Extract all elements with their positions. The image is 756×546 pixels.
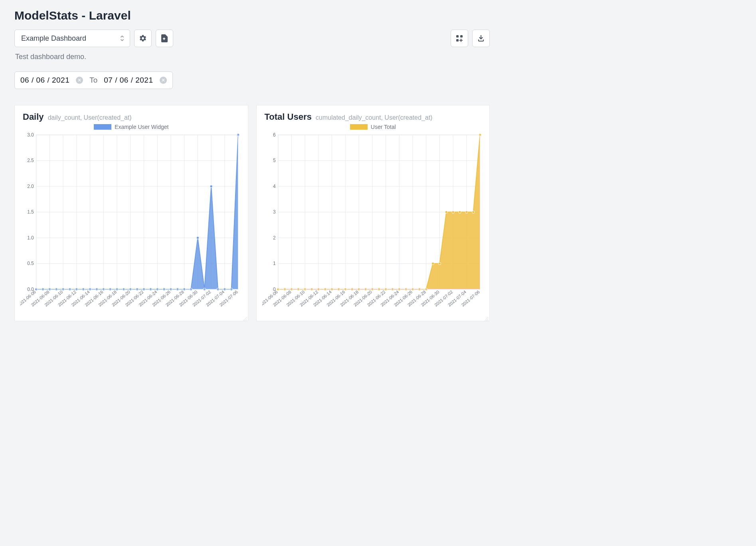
- settings-button[interactable]: [134, 30, 152, 47]
- toolbar: Example Dashboard: [14, 30, 490, 47]
- dashboard-select-label: Example Dashboard: [21, 34, 86, 43]
- svg-line-83: [246, 320, 247, 321]
- svg-point-141: [458, 211, 461, 213]
- charts-row: Daily daily_count, User(created_at) Exam…: [14, 105, 490, 321]
- file-plus-icon: [161, 34, 168, 42]
- svg-point-140: [451, 211, 454, 213]
- download-button[interactable]: [472, 30, 490, 47]
- close-icon: ✕: [161, 78, 165, 83]
- svg-point-138: [438, 262, 441, 265]
- svg-text:1: 1: [273, 261, 276, 266]
- svg-text:3: 3: [273, 209, 276, 215]
- date-from-value[interactable]: 06 / 06 / 2021: [20, 76, 69, 85]
- chart-title: Total Users cumulated_daily_count, User(…: [265, 112, 484, 122]
- chart-title-main: Total Users: [265, 112, 312, 122]
- date-to-label: To: [89, 76, 97, 85]
- close-icon: ✕: [77, 78, 81, 83]
- resize-handle[interactable]: [484, 315, 489, 320]
- download-icon: [477, 35, 485, 42]
- chart-title-sub: daily_count, User(created_at): [48, 114, 132, 121]
- clear-from-button[interactable]: ✕: [76, 77, 83, 84]
- chart-card-daily: Daily daily_count, User(created_at) Exam…: [14, 105, 248, 321]
- svg-text:2: 2: [273, 235, 276, 241]
- svg-point-142: [465, 211, 467, 213]
- chart-plot-total[interactable]: 01234562021-06-062021-06-082021-06-10202…: [262, 131, 484, 317]
- legend-label: Example User Widget: [115, 124, 168, 130]
- legend-label: User Total: [371, 124, 396, 130]
- svg-text:2.5: 2.5: [27, 158, 34, 163]
- chevron-updown-icon: [119, 35, 125, 42]
- page-title: ModelStats - Laravel: [14, 9, 490, 22]
- svg-rect-2: [456, 39, 459, 42]
- svg-line-164: [488, 320, 489, 321]
- legend-swatch: [350, 124, 368, 130]
- clear-to-button[interactable]: ✕: [160, 77, 167, 84]
- svg-rect-1: [460, 35, 463, 38]
- legend-swatch: [94, 124, 111, 130]
- svg-text:3.0: 3.0: [27, 132, 34, 138]
- grid-plus-icon: [456, 35, 463, 42]
- page-root: ModelStats - Laravel Example Dashboard: [0, 0, 504, 336]
- svg-text:2.0: 2.0: [27, 184, 34, 189]
- svg-point-59: [210, 185, 212, 188]
- gear-icon: [139, 34, 147, 42]
- date-to-value[interactable]: 07 / 06 / 2021: [104, 76, 153, 85]
- chart-plot-daily[interactable]: 0.00.51.01.52.02.53.02021-06-062021-06-0…: [20, 131, 242, 317]
- svg-text:5: 5: [273, 158, 276, 163]
- dashboard-select[interactable]: Example Dashboard: [14, 30, 130, 47]
- chart-card-total: Total Users cumulated_daily_count, User(…: [256, 105, 490, 321]
- svg-point-57: [196, 237, 199, 239]
- svg-text:1.0: 1.0: [27, 235, 34, 241]
- date-range[interactable]: 06 / 06 / 2021 ✕ To 07 / 06 / 2021 ✕: [14, 71, 173, 89]
- chart-title: Daily daily_count, User(created_at): [23, 112, 242, 122]
- chart-title-sub: cumulated_daily_count, User(created_at): [316, 114, 433, 121]
- dashboard-description: Test dashboard demo.: [15, 53, 490, 61]
- toolbar-right: [451, 30, 490, 47]
- svg-point-137: [431, 262, 434, 265]
- resize-handle[interactable]: [242, 315, 247, 320]
- svg-text:0.5: 0.5: [27, 261, 34, 266]
- chart-legend[interactable]: User Total: [262, 124, 484, 130]
- chart-legend[interactable]: Example User Widget: [20, 124, 242, 130]
- svg-rect-0: [456, 35, 459, 38]
- toolbar-left: Example Dashboard: [14, 30, 173, 47]
- svg-point-143: [472, 211, 474, 213]
- add-widget-button[interactable]: [451, 30, 468, 47]
- chart-title-main: Daily: [23, 112, 44, 122]
- svg-text:4: 4: [273, 184, 276, 189]
- new-file-button[interactable]: [156, 30, 173, 47]
- svg-text:6: 6: [273, 132, 276, 138]
- svg-text:1.5: 1.5: [27, 209, 34, 215]
- svg-point-139: [445, 211, 447, 213]
